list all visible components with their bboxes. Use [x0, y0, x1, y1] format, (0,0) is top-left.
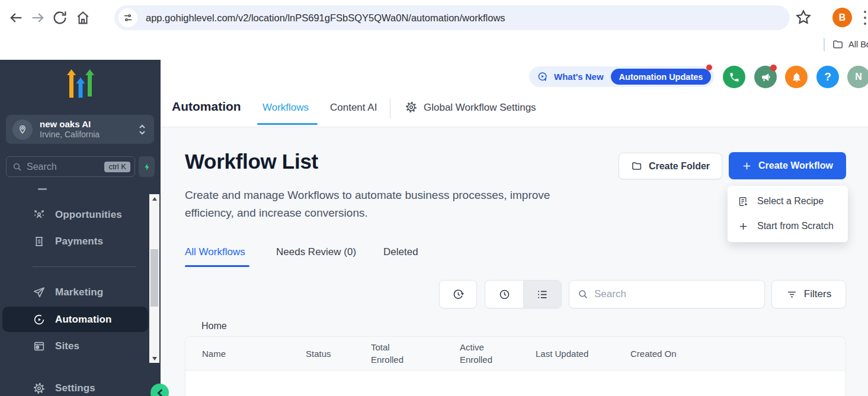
- question-mark-icon: ?: [824, 70, 831, 83]
- global-workflow-settings-link[interactable]: Global Workflow Settings: [424, 102, 536, 114]
- browser-address-bar[interactable]: app.gohighlevel.com/v2/location/lnPS691g…: [114, 5, 790, 30]
- browser-profile-avatar[interactable]: B: [832, 8, 852, 27]
- sidebar-item-label: Settings: [55, 382, 95, 394]
- url-text[interactable]: app.gohighlevel.com/v2/location/lnPS691g…: [146, 12, 505, 24]
- sidebar-item-settings[interactable]: Settings: [0, 379, 149, 396]
- svg-text:$: $: [37, 239, 40, 244]
- sidebar-search-input[interactable]: [27, 162, 104, 172]
- filters-button[interactable]: Filters: [771, 280, 846, 308]
- payments-icon: $: [33, 235, 46, 248]
- sidebar-scrollbar[interactable]: [149, 194, 159, 363]
- browser-chrome: app.gohighlevel.com/v2/location/lnPS691g…: [0, 0, 868, 60]
- notifications-button[interactable]: [785, 66, 808, 88]
- recipe-document-icon: [738, 196, 749, 207]
- site-settings-icon[interactable]: [118, 8, 137, 27]
- bookmarks-separator: [824, 38, 825, 51]
- create-folder-button[interactable]: Create Folder: [619, 153, 722, 179]
- sites-icon: [33, 340, 46, 353]
- list-view-button[interactable]: [523, 281, 561, 308]
- automation-updates-badge[interactable]: Automation Updates: [611, 69, 712, 85]
- table-body-empty: [185, 371, 845, 396]
- sidebar-item-marketing[interactable]: Marketing: [0, 284, 149, 301]
- sidebar-item-label: Opportunities: [55, 209, 122, 221]
- enrollment-history-button[interactable]: [439, 280, 477, 308]
- menu-item-start-from-scratch[interactable]: Start from Scratch: [728, 214, 848, 239]
- tab-deleted[interactable]: Deleted: [383, 246, 418, 258]
- clock-icon: [498, 288, 511, 301]
- sidebar-item-opportunities[interactable]: Opportunities: [0, 206, 149, 224]
- search-icon: [12, 162, 22, 172]
- sidebar-item-payments[interactable]: $ Payments: [0, 233, 149, 250]
- column-header-total-enrolled: Total Enrolled: [371, 341, 460, 366]
- browser-home-icon[interactable]: [75, 9, 91, 26]
- search-icon: [578, 289, 588, 300]
- active-subtab-underline: [185, 265, 249, 267]
- lightning-bolt-icon: [143, 163, 151, 171]
- tab-needs-review[interactable]: Needs Review (0): [276, 246, 356, 258]
- scrollbar-down-arrow[interactable]: [149, 354, 159, 363]
- create-workflow-label: Create Workflow: [758, 160, 833, 171]
- sidebar-search[interactable]: ctrl K: [6, 156, 135, 177]
- workflow-search-input[interactable]: [594, 288, 764, 300]
- whats-new-pill[interactable]: What's New Automation Updates: [529, 66, 714, 87]
- recent-view-button[interactable]: [485, 281, 523, 308]
- chevron-up-down-icon: [138, 123, 146, 136]
- workflow-table: Name Status Total Enrolled Active Enroll…: [185, 336, 846, 396]
- partially-scrolled-item: [38, 188, 47, 190]
- create-workflow-button[interactable]: Create Workflow: [729, 152, 846, 179]
- send-icon: [33, 286, 46, 299]
- gear-icon: [33, 382, 46, 395]
- breadcrumb-home[interactable]: Home: [201, 321, 227, 331]
- folder-icon: [631, 160, 642, 172]
- location-pin-icon: [12, 120, 33, 140]
- notification-dot: [706, 65, 712, 70]
- phone-button[interactable]: [723, 66, 745, 88]
- header-divider: [390, 99, 390, 118]
- tab-workflows[interactable]: Workflows: [262, 102, 309, 114]
- create-workflow-dropdown: Select a Recipe Start from Scratch: [728, 186, 848, 242]
- menu-item-label: Start from Scratch: [757, 221, 834, 231]
- create-folder-label: Create Folder: [649, 161, 710, 172]
- scrollbar-thumb[interactable]: [150, 249, 158, 307]
- whats-new-icon: [537, 71, 549, 83]
- user-avatar[interactable]: N: [847, 66, 868, 88]
- global-workflow-settings-gear-icon[interactable]: [405, 101, 418, 114]
- view-toggle: [485, 280, 562, 308]
- browser-refresh-icon[interactable]: [52, 9, 68, 26]
- app-header: What's New Automation Updates ? N Automa…: [161, 60, 868, 127]
- filter-icon: [786, 289, 797, 300]
- browser-menu-icon[interactable]: [864, 11, 867, 25]
- sidebar-item-label: Sites: [55, 340, 79, 352]
- sidebar-divider: [33, 266, 136, 267]
- column-header-status: Status: [306, 347, 371, 360]
- tab-all-workflows[interactable]: All Workflows: [185, 246, 245, 258]
- all-bookmarks-label[interactable]: All Bookmarks: [848, 40, 868, 49]
- sidebar-item-automation[interactable]: Automation: [0, 311, 149, 329]
- bookmarks-bar: All Bookmarks: [0, 33, 868, 57]
- menu-item-label: Select a Recipe: [757, 196, 824, 207]
- page-subtitle: Create and manage Workflows to automate …: [185, 186, 611, 222]
- help-button[interactable]: ?: [816, 66, 839, 88]
- location-name: new oaks AI: [40, 119, 138, 130]
- tab-content-ai[interactable]: Content AI: [330, 102, 377, 114]
- automation-play-icon: [33, 313, 46, 326]
- announcements-notification-dot: [770, 65, 777, 71]
- bookmark-star-icon[interactable]: [795, 8, 812, 26]
- location-city: Irvine, California: [40, 130, 138, 140]
- filters-label: Filters: [804, 288, 831, 300]
- bell-icon: [791, 72, 802, 83]
- menu-item-select-a-recipe[interactable]: Select a Recipe: [728, 189, 848, 214]
- search-shortcut-badge: ctrl K: [104, 162, 130, 172]
- plus-icon: [742, 161, 752, 171]
- scrollbar-up-arrow[interactable]: [149, 194, 159, 203]
- active-tab-underline: [257, 123, 318, 125]
- sidebar-item-sites[interactable]: Sites: [0, 337, 149, 355]
- quick-actions-button[interactable]: [139, 156, 155, 177]
- browser-back-icon[interactable]: [8, 9, 24, 26]
- browser-forward-icon[interactable]: [30, 9, 46, 26]
- location-switcher[interactable]: new oaks AI Irvine, California: [6, 115, 154, 144]
- sidebar-item-label: Automation: [55, 314, 111, 326]
- bookmarks-folder-icon[interactable]: [832, 38, 844, 50]
- megaphone-icon: [760, 72, 771, 83]
- workflow-search[interactable]: [569, 280, 765, 308]
